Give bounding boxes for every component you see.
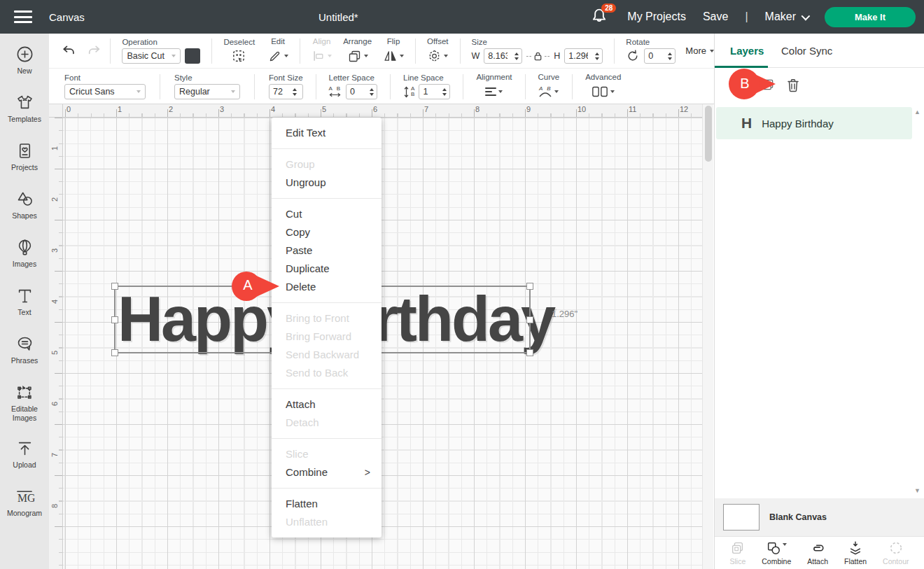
operation-color-swatch[interactable] <box>185 48 200 64</box>
my-projects-link[interactable]: My Projects <box>627 10 686 23</box>
deselect-icon[interactable] <box>231 48 247 64</box>
sidebar-item-phrases[interactable]: Phrases <box>0 330 49 379</box>
speech-bubble-icon <box>15 335 34 353</box>
menu-item-edit-text[interactable]: Edit Text <box>272 124 382 142</box>
canvas-vertical-scrollbar[interactable] <box>702 104 713 569</box>
rotate-input[interactable] <box>645 51 664 61</box>
scroll-down-arrow-icon[interactable]: ▼ <box>914 487 920 494</box>
menu-item-slice: Slice <box>272 445 382 463</box>
letter-space-stepper[interactable] <box>366 85 377 99</box>
selection-handle-middle-right[interactable] <box>526 316 533 323</box>
font-size-input[interactable] <box>270 87 289 97</box>
scroll-up-arrow-icon[interactable]: ▲ <box>914 108 920 115</box>
scrollbar-thumb[interactable] <box>705 106 712 162</box>
menu-item-ungroup[interactable]: Ungroup <box>272 174 382 192</box>
machine-select[interactable]: Maker <box>765 10 808 23</box>
project-card-icon <box>15 141 34 160</box>
machine-name: Maker <box>765 10 796 23</box>
sidebar-item-shapes[interactable]: Shapes <box>0 185 49 234</box>
height-measurement-label: 1.296" <box>552 309 578 319</box>
annotation-letter-b: B <box>736 76 753 92</box>
notifications-button[interactable]: 28 <box>589 6 610 27</box>
line-space-group: Line Space AB <box>403 73 450 99</box>
tab-layers[interactable]: Layers <box>730 34 764 68</box>
menu-item-attach[interactable]: Attach <box>272 395 382 414</box>
operation-dropdown[interactable]: Basic Cut <box>122 48 181 64</box>
hamburger-menu-icon[interactable] <box>14 10 32 23</box>
sidebar-item-upload[interactable]: Upload <box>0 435 49 483</box>
save-link[interactable]: Save <box>703 10 728 23</box>
font-group: Font Cricut Sans <box>64 73 146 99</box>
width-input[interactable] <box>484 51 511 61</box>
sidebar-item-new[interactable]: New <box>0 41 49 89</box>
menu-item-paste[interactable]: Paste <box>272 241 382 260</box>
rotate-icon[interactable] <box>626 49 640 63</box>
trash-icon[interactable] <box>785 76 802 94</box>
canvas-label: Canvas <box>49 11 85 23</box>
alignment-button[interactable] <box>485 83 503 100</box>
combine-button[interactable]: Combine <box>762 540 791 566</box>
curve-icon: A B <box>538 86 552 97</box>
combine-caret-icon <box>783 543 787 546</box>
sidebar-item-images[interactable]: Images <box>0 234 49 282</box>
sidebar-item-editable-images[interactable]: Editable Images <box>0 379 49 435</box>
flip-mirror-icon <box>383 49 398 64</box>
lock-icon <box>533 50 543 62</box>
horizontal-ruler: 01 23 45 67 89 1011 12 <box>63 104 702 118</box>
more-button[interactable]: More <box>685 45 714 56</box>
selection-handle-top-left[interactable] <box>111 283 118 290</box>
font-dropdown[interactable]: Cricut Sans <box>64 84 146 99</box>
font-size-stepper[interactable] <box>289 85 300 99</box>
menu-item-cut[interactable]: Cut <box>272 205 382 223</box>
selection-handle-bottom-left[interactable] <box>111 349 118 356</box>
menu-item-duplicate[interactable]: Duplicate <box>272 260 382 278</box>
attach-button[interactable]: Attach <box>807 540 828 566</box>
style-dropdown[interactable]: Regular <box>174 84 240 99</box>
rotate-stepper[interactable] <box>664 49 675 63</box>
menu-item-delete[interactable]: Delete <box>272 278 382 296</box>
sidebar-item-templates[interactable]: Templates <box>0 89 49 137</box>
edit-button[interactable] <box>267 48 288 64</box>
width-stepper[interactable] <box>511 49 522 63</box>
selection-handle-bottom-right[interactable] <box>526 349 533 356</box>
menu-item-flatten[interactable]: Flatten <box>272 495 382 513</box>
sidebar-item-projects[interactable]: Projects <box>0 137 49 185</box>
letter-space-input[interactable] <box>346 87 366 97</box>
menu-item-copy[interactable]: Copy <box>272 223 382 241</box>
selection-handle-top-right[interactable] <box>526 283 533 290</box>
layers-list: H Happy Birthday ▲ ▼ <box>715 104 924 498</box>
tab-color-sync[interactable]: Color Sync <box>781 34 832 68</box>
height-stepper[interactable] <box>592 49 602 63</box>
flip-group: Flip <box>383 37 404 64</box>
width-input-box <box>484 48 522 64</box>
menu-item-combine[interactable]: > Combine <box>272 463 382 482</box>
canvas-color-swatch[interactable] <box>723 504 760 531</box>
make-it-button[interactable]: Make It <box>825 7 916 27</box>
editable-image-icon <box>15 383 34 402</box>
operation-group: Operation Basic Cut <box>122 38 200 64</box>
selection-handle-middle-left[interactable] <box>111 316 118 323</box>
line-space-stepper[interactable] <box>439 85 449 99</box>
curve-button[interactable]: A B <box>538 83 559 100</box>
combine-icon <box>766 540 781 556</box>
undo-icon[interactable] <box>61 43 77 59</box>
annotation-letter-a: A <box>239 277 256 293</box>
line-space-input[interactable] <box>419 87 439 97</box>
size-lock[interactable] <box>526 50 550 62</box>
align-icon <box>312 49 326 63</box>
annotation-pin-a: A <box>231 271 280 304</box>
redo-icon[interactable] <box>86 43 102 59</box>
advanced-button[interactable] <box>592 83 615 100</box>
panel-tabs: Layers Color Sync <box>715 34 924 68</box>
flatten-button[interactable]: Flatten <box>844 540 867 566</box>
arrange-button[interactable] <box>347 48 368 64</box>
sidebar-item-text[interactable]: Text <box>0 282 49 330</box>
font-size-group: Font Size <box>269 73 303 99</box>
layer-item-happy-birthday[interactable]: H Happy Birthday <box>716 107 912 139</box>
slice-icon <box>730 540 746 556</box>
height-input[interactable] <box>565 51 592 61</box>
rotate-input-box <box>644 48 676 64</box>
flip-button[interactable] <box>383 48 404 64</box>
sidebar-item-monogram[interactable]: MG Monogram <box>0 483 49 531</box>
offset-button[interactable] <box>427 48 448 64</box>
